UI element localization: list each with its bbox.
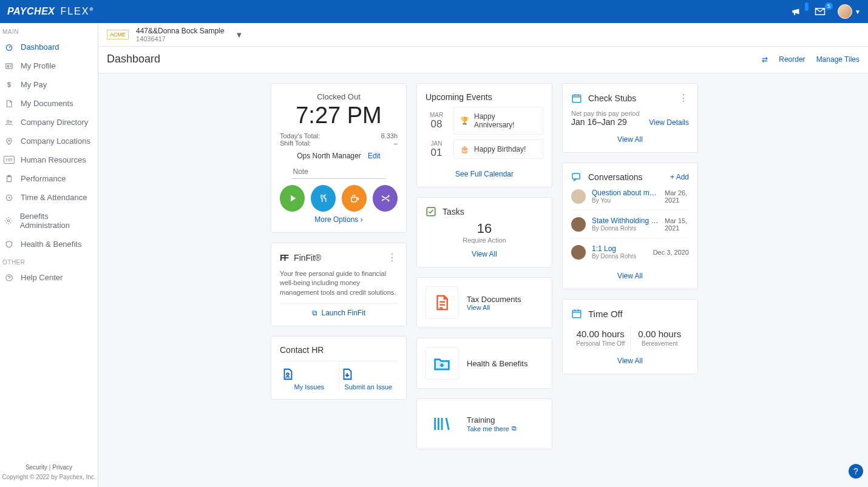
page-header: Dashboard ⇄ Reorder Manage Tiles <box>98 47 868 73</box>
conversation-title[interactable]: Question about my … <box>592 189 659 197</box>
sidebar-item-label: Performance <box>21 174 66 183</box>
svg-point-2 <box>7 65 8 66</box>
conversation-row[interactable]: 1:1 Log By Donna Rohrs Dec 3, 2020 <box>571 238 689 266</box>
gauge-icon <box>4 43 15 52</box>
health-benefits-tile[interactable]: Health & Benefits <box>416 338 552 389</box>
sidebar-item-help[interactable]: Help Center <box>0 268 98 287</box>
brand-sub: FLEX <box>60 6 89 16</box>
meal-button[interactable] <box>311 185 336 212</box>
avatar <box>571 189 586 204</box>
sidebar-item-pay[interactable]: My Pay <box>0 75 98 94</box>
today-total-value: 8.33h <box>381 132 398 139</box>
launch-finfit-link[interactable]: ⧉ Launch FinFit <box>280 303 398 317</box>
tile-menu-icon[interactable]: ⋮ <box>679 92 689 104</box>
sidebar-item-dashboard[interactable]: Dashboard <box>0 38 98 56</box>
submit-issue-button[interactable]: Submit an Issue <box>339 361 398 391</box>
company-dropdown-caret-icon[interactable]: ▼ <box>235 30 243 39</box>
sidebar-item-documents[interactable]: My Documents <box>0 94 98 113</box>
sidebar-item-label: My Documents <box>21 99 73 108</box>
checkstubs-view-all-link[interactable]: View All <box>571 129 689 144</box>
sidebar-item-performance[interactable]: Performance <box>0 169 98 188</box>
my-issues-button[interactable]: My Issues <box>280 361 339 391</box>
app-header: PAYCHEX FLEX® 5 ▼ <box>0 0 868 23</box>
announcements-icon[interactable] <box>790 6 802 17</box>
tax-title: Tax Documents <box>467 295 521 304</box>
conversation-row[interactable]: State Withholding F… By Donna Rohrs Mar … <box>571 210 689 238</box>
external-link-icon: ⧉ <box>312 309 317 317</box>
user-menu[interactable]: ▼ <box>838 4 861 19</box>
timeoff-title: Time Off <box>588 309 623 319</box>
sidebar-item-health[interactable]: Health & Benefits <box>0 235 98 254</box>
sidebar-item-directory[interactable]: Company Directory <box>0 113 98 132</box>
break-button[interactable] <box>342 185 367 212</box>
sidebar-footer: Security | Privacy Copyright © 2022 by P… <box>0 463 98 482</box>
conversations-view-all-link[interactable]: View All <box>571 266 689 280</box>
sidebar-item-hr[interactable]: HR Human Resources <box>0 150 98 169</box>
tile-menu-icon[interactable]: ⋮ <box>387 252 398 263</box>
timeoff-view-all-link[interactable]: View All <box>571 351 689 365</box>
svg-rect-13 <box>572 95 581 102</box>
checkstubs-title: Check Stubs <box>588 93 636 103</box>
tasks-view-all-link[interactable]: View All <box>426 244 543 258</box>
timeoff-pto: 40.00 hours Personal Time Off <box>571 325 630 351</box>
event-month: MAR <box>426 112 447 118</box>
sidebar-item-label: Dashboard <box>21 42 59 52</box>
sidebar-item-benefits-admin[interactable]: Benefits Administration <box>0 207 98 235</box>
shield-icon <box>4 240 15 249</box>
timeoff-tile: Time Off 40.00 hours Personal Time Off 0… <box>562 299 698 374</box>
sidebar-item-profile[interactable]: My Profile <box>0 56 98 75</box>
transfer-button[interactable] <box>373 185 398 212</box>
timeoff-bereavement: 0.00 hours Bereavement <box>630 325 690 351</box>
conversation-title[interactable]: State Withholding F… <box>592 217 659 225</box>
netpay-label: Net pay this pay period <box>571 110 640 117</box>
trophy-icon: 🏆 <box>460 116 469 125</box>
sidebar-item-label: My Profile <box>21 61 56 70</box>
conversation-author: By Donna Rohrs <box>592 225 659 232</box>
privacy-link[interactable]: Privacy <box>52 464 72 471</box>
mail-icon[interactable]: 5 <box>813 6 827 17</box>
document-icon <box>426 286 458 319</box>
help-bubble-button[interactable]: ? <box>849 464 863 479</box>
clipboard-icon <box>4 175 15 183</box>
conversation-row[interactable]: Question about my … By You Mar 26, 2021 <box>571 183 689 210</box>
edit-manager-link[interactable]: Edit <box>368 152 381 160</box>
training-tile[interactable]: Training Take me there ⧉ <box>416 398 552 449</box>
sidebar-item-time[interactable]: Time & Attendance <box>0 188 98 207</box>
sidebar-section-other: OTHER <box>0 254 98 268</box>
add-conversation-link[interactable]: + Add <box>670 173 689 181</box>
reorder-link[interactable]: Reorder <box>779 55 805 64</box>
tasks-title: Tasks <box>442 207 464 217</box>
shift-total-value: – <box>394 139 398 147</box>
calendar-icon <box>571 308 582 319</box>
event-row: MAR08 🏆 Happy Anniversary! <box>426 107 543 135</box>
view-details-link[interactable]: View Details <box>649 118 689 127</box>
checkmark-icon <box>426 206 436 217</box>
conversations-title: Conversations <box>588 172 643 182</box>
manage-tiles-link[interactable]: Manage Tiles <box>816 55 860 64</box>
health-title: Health & Benefits <box>467 359 527 368</box>
sidebar-section-main: MAIN <box>0 23 98 38</box>
sidebar-item-label: Company Locations <box>21 136 90 146</box>
pay-period: Jan 16–Jan 29 <box>571 117 640 127</box>
more-options-link[interactable]: More Options › <box>280 215 398 224</box>
bereavement-label: Bereavement <box>633 340 687 347</box>
sidebar-item-locations[interactable]: Company Locations <box>0 132 98 150</box>
security-link[interactable]: Security <box>25 464 47 471</box>
pin-icon <box>4 137 15 146</box>
event-label-anniversary[interactable]: 🏆 Happy Anniversary! <box>453 107 543 135</box>
training-link[interactable]: Take me there ⧉ <box>467 425 517 432</box>
see-full-calendar-link[interactable]: See Full Calendar <box>426 164 543 178</box>
clock-in-button[interactable] <box>280 185 305 212</box>
tax-view-all[interactable]: View All <box>467 304 521 311</box>
external-link-icon: ⧉ <box>512 425 517 432</box>
cake-icon: 🎂 <box>460 145 469 153</box>
hr-icon: HR <box>4 156 15 164</box>
conversation-title[interactable]: 1:1 Log <box>592 244 636 253</box>
note-input[interactable] <box>291 165 385 179</box>
event-label-birthday[interactable]: 🎂 Happy Birthday! <box>453 139 543 159</box>
contact-hr-tile: Contact HR My Issues Submit an Issue <box>271 336 407 400</box>
tax-documents-tile[interactable]: Tax Documents View All <box>416 277 552 328</box>
people-icon <box>4 118 15 127</box>
chat-icon <box>571 172 582 183</box>
clock-status: Clocked Out <box>280 92 398 101</box>
